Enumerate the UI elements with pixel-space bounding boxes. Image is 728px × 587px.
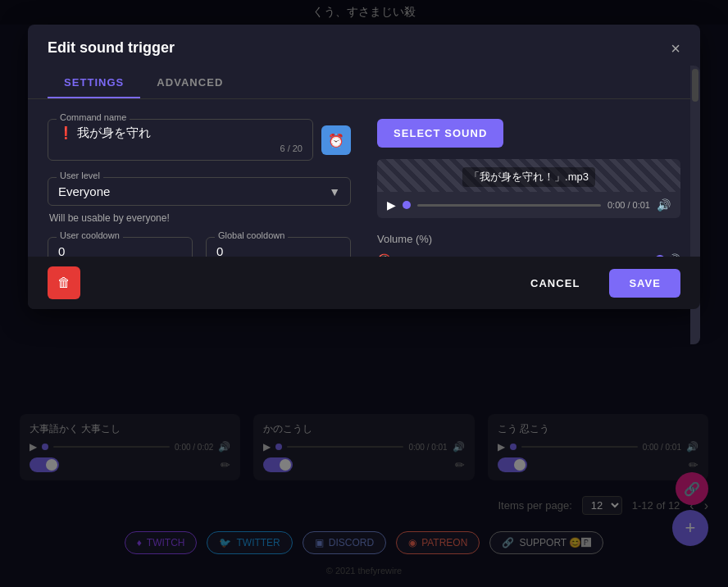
modal-overlay: Edit sound trigger × SETTINGS ADVANCED	[0, 0, 728, 587]
dialog-scrollbar-thumb	[692, 69, 698, 102]
delete-button[interactable]: 🗑	[48, 266, 80, 299]
user-level-field: User level Everyone ▼	[48, 177, 351, 206]
user-cooldown-label: User cooldown	[57, 230, 123, 240]
user-level-select[interactable]: Everyone ▼	[58, 184, 340, 198]
audio-position-dot	[403, 201, 411, 209]
command-name-input[interactable]	[58, 126, 303, 140]
tab-settings[interactable]: SETTINGS	[48, 68, 140, 98]
tab-settings-label: SETTINGS	[64, 76, 124, 89]
trash-icon: 🗑	[57, 275, 71, 290]
chevron-down-icon: ▼	[329, 185, 340, 198]
dialog-footer: 🗑 CANCEL SAVE	[28, 257, 700, 309]
command-counter: 6 / 20	[58, 143, 303, 153]
dialog-header: Edit sound trigger ×	[28, 25, 700, 68]
audio-time: 0:00 / 0:01	[607, 200, 650, 210]
sound-preview: 「我が身を守れ！」.mp3 ▶ 0:00 / 0:01 🔊	[377, 159, 680, 218]
dialog-tabs: SETTINGS ADVANCED	[28, 68, 700, 99]
select-sound-button[interactable]: SELECT SOUND	[377, 119, 503, 148]
tab-advanced[interactable]: ADVANCED	[140, 68, 239, 98]
audio-volume-icon[interactable]: 🔊	[657, 198, 671, 212]
user-level-hint: Will be usable by everyone!	[49, 212, 351, 224]
user-level-value: Everyone	[58, 184, 110, 198]
volume-label: Volume (%)	[377, 233, 680, 245]
clock-icon: ⏰	[328, 133, 344, 148]
audio-player: ▶ 0:00 / 0:01 🔊	[377, 192, 680, 218]
tab-advanced-label: ADVANCED	[157, 76, 223, 89]
edit-sound-trigger-dialog: Edit sound trigger × SETTINGS ADVANCED	[28, 25, 700, 309]
sound-filename: 「我が身を守れ！」.mp3	[462, 167, 595, 187]
command-name-label: Command name	[57, 112, 130, 122]
command-name-row	[58, 126, 303, 140]
sound-thumbnail: 「我が身を守れ！」.mp3	[377, 159, 680, 192]
command-icon-button[interactable]: ⏰	[321, 125, 351, 155]
dialog-title: Edit sound trigger	[48, 39, 175, 57]
audio-play-button[interactable]: ▶	[387, 198, 396, 212]
audio-track[interactable]	[417, 204, 601, 207]
cancel-button[interactable]: CANCEL	[511, 269, 599, 298]
user-level-label: User level	[57, 171, 103, 180]
dialog-close-button[interactable]: ×	[671, 40, 680, 57]
footer-actions: CANCEL SAVE	[511, 269, 680, 298]
command-name-field: Command name 6 / 20	[48, 119, 313, 161]
global-cooldown-label: Global cooldown	[215, 230, 288, 240]
save-button[interactable]: SAVE	[609, 269, 680, 298]
